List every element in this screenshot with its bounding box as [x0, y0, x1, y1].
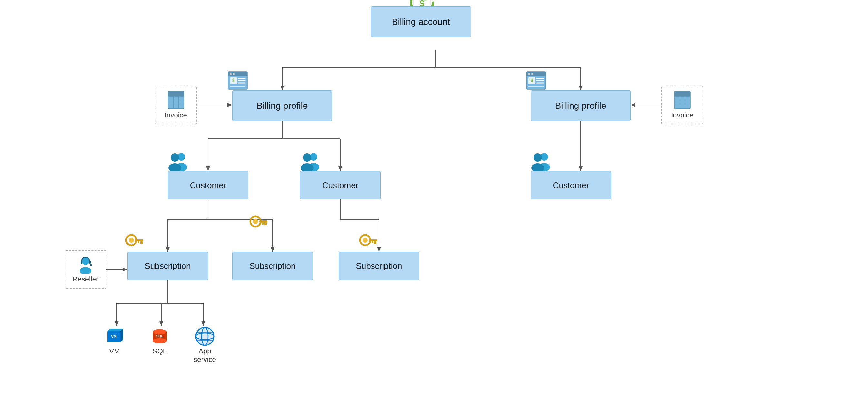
customer-3-node: Customer — [531, 171, 611, 199]
billing-profile-icon-right: $ — [526, 71, 547, 90]
billing-profile-right-icon: $ — [526, 71, 547, 92]
svg-point-119 — [153, 338, 167, 343]
svg-rect-99 — [168, 91, 184, 96]
svg-rect-85 — [259, 221, 268, 223]
svg-rect-82 — [138, 241, 140, 244]
svg-rect-109 — [81, 261, 82, 264]
svg-marker-36 — [115, 321, 119, 326]
svg-marker-42 — [201, 321, 205, 326]
invoice-icon-left — [167, 90, 185, 110]
svg-rect-91 — [374, 241, 376, 244]
subscription-1-label: Subscription — [145, 261, 191, 271]
svg-marker-6 — [579, 86, 583, 90]
svg-rect-106 — [675, 91, 690, 96]
sql-group: SQL SQL — [144, 326, 176, 356]
svg-marker-32 — [123, 267, 127, 272]
customer-2-node: Customer — [300, 171, 381, 199]
svg-rect-81 — [140, 241, 143, 244]
svg-marker-39 — [159, 321, 163, 326]
subscription-1-node: Subscription — [127, 252, 208, 280]
customer-3-label: Customer — [553, 180, 589, 191]
svg-text:$: $ — [531, 78, 533, 83]
svg-point-59 — [531, 73, 533, 75]
billing-account-label: Billing account — [392, 17, 450, 27]
key-icon-1 — [124, 233, 144, 251]
subscription-1-key-icon — [124, 233, 144, 252]
sql-label: SQL — [153, 347, 167, 356]
vm-icon: VM — [104, 326, 125, 347]
svg-point-84 — [253, 219, 258, 224]
billing-profile-right-label: Billing profile — [555, 101, 607, 111]
svg-marker-30 — [630, 103, 636, 107]
reseller-node: Reseller — [64, 250, 106, 289]
svg-text:SQL: SQL — [156, 334, 163, 338]
svg-rect-87 — [262, 223, 264, 225]
svg-point-68 — [170, 153, 179, 162]
billing-profile-right-node: Billing profile — [531, 90, 630, 121]
sql-icon: SQL — [149, 326, 170, 347]
svg-marker-115 — [120, 329, 123, 342]
svg-marker-3 — [280, 86, 284, 90]
billing-profile-left-label: Billing profile — [257, 101, 308, 111]
customer-1-icon — [164, 152, 190, 172]
svg-marker-19 — [166, 247, 170, 252]
diagram-container: $ Billing account $ — [0, 0, 868, 398]
app-service-label: App service — [187, 347, 223, 364]
svg-point-72 — [303, 153, 311, 162]
invoice-right-node: Invoice — [661, 86, 703, 124]
subscription-3-key-icon — [358, 233, 377, 252]
svg-point-49 — [233, 73, 235, 75]
customer-icon-3 — [527, 152, 553, 171]
svg-rect-80 — [135, 239, 143, 241]
svg-point-79 — [129, 237, 134, 243]
invoice-right-label: Invoice — [671, 111, 693, 119]
svg-point-58 — [528, 73, 530, 75]
key-icon-3 — [358, 233, 377, 251]
invoice-left-node: Invoice — [155, 86, 197, 124]
svg-rect-92 — [372, 241, 373, 244]
svg-point-76 — [533, 153, 542, 162]
svg-point-120 — [153, 329, 167, 334]
billing-profile-icon-left: $ — [227, 71, 248, 90]
subscription-3-node: Subscription — [339, 252, 419, 280]
subscription-3-label: Subscription — [356, 261, 402, 271]
customer-2-label: Customer — [322, 180, 359, 191]
svg-marker-15 — [579, 166, 583, 171]
billing-account-node: Billing account — [371, 6, 471, 37]
billing-profile-left-icon: $ — [227, 71, 248, 92]
app-service-group: App service — [187, 326, 223, 364]
billing-profile-left-node: Billing profile — [232, 90, 332, 121]
customer-icon-2 — [297, 152, 322, 171]
key-icon-2 — [248, 214, 268, 232]
svg-point-89 — [363, 237, 368, 243]
subscription-2-node: Subscription — [232, 252, 313, 280]
svg-point-108 — [80, 267, 91, 274]
svg-text:$: $ — [232, 78, 235, 83]
reseller-icon — [77, 256, 94, 274]
svg-rect-86 — [265, 223, 267, 225]
svg-marker-13 — [338, 166, 342, 171]
svg-marker-26 — [377, 247, 381, 252]
app-service-icon — [194, 326, 215, 347]
customer-1-label: Customer — [190, 180, 226, 191]
subscription-2-label: Subscription — [249, 261, 296, 271]
customer-icon-1 — [164, 152, 190, 171]
customer-1-node: Customer — [168, 171, 248, 199]
invoice-icon-right — [674, 90, 691, 110]
reseller-label: Reseller — [72, 275, 99, 283]
svg-marker-10 — [206, 166, 210, 171]
customer-2-icon — [297, 152, 322, 172]
svg-point-112 — [90, 264, 92, 266]
svg-rect-90 — [369, 239, 377, 241]
svg-point-48 — [230, 73, 231, 75]
svg-marker-114 — [107, 329, 123, 331]
svg-marker-22 — [271, 247, 275, 252]
vm-label: VM — [110, 347, 120, 356]
customer-3-icon — [527, 152, 553, 172]
svg-marker-28 — [227, 103, 232, 107]
invoice-left-label: Invoice — [164, 111, 187, 119]
svg-text:VM: VM — [111, 334, 117, 339]
vm-group: VM VM — [98, 326, 131, 356]
